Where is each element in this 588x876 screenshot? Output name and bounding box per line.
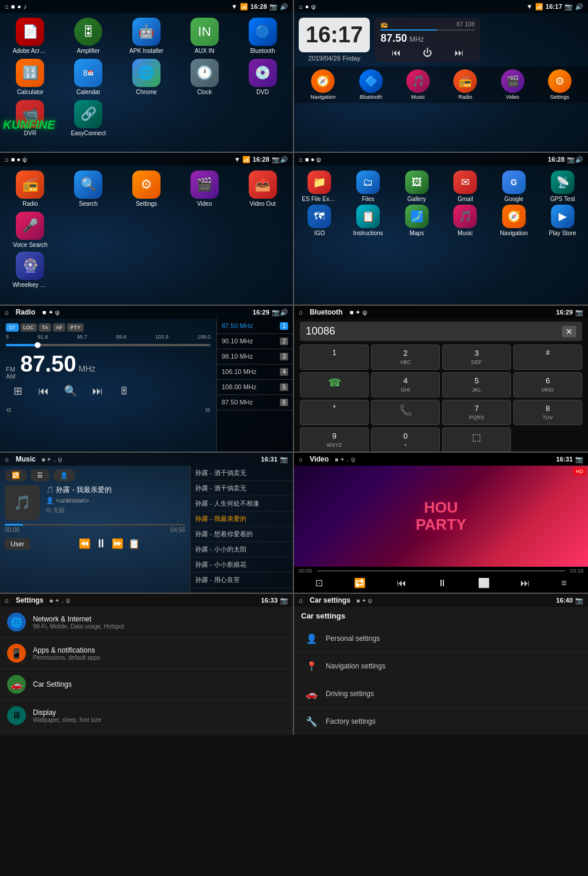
app-voicesearch[interactable]: 🎤 Voice Search xyxy=(4,212,57,248)
station-3[interactable]: 98.10 MHz 3 xyxy=(217,349,293,365)
app-playstore[interactable]: ▶ Play Store xyxy=(539,205,586,236)
dock-radio[interactable]: 📻 Radio xyxy=(453,69,477,100)
dial-hangup[interactable]: 📞 xyxy=(371,400,440,425)
dial-hash[interactable]: # xyxy=(513,345,582,370)
tag-pty[interactable]: PTY xyxy=(67,323,83,332)
tag-af[interactable]: AF xyxy=(53,323,66,332)
radio-prev-btn[interactable]: ⏮ xyxy=(38,385,49,397)
station-5[interactable]: 108.00 MHz 5 xyxy=(217,380,293,395)
app-search[interactable]: 🔍 Search xyxy=(62,170,115,207)
dial-4[interactable]: 4GHI xyxy=(371,372,440,397)
dial-1[interactable]: 1 xyxy=(300,345,369,370)
tag-ta[interactable]: TA xyxy=(39,323,51,332)
playlist-item-5[interactable]: 孙露 - 小小的太阳 xyxy=(191,542,293,557)
radio-search-btn[interactable]: 🔍 xyxy=(64,384,77,397)
dial-menu[interactable]: ⬚ xyxy=(442,427,511,452)
app-igo[interactable]: 🗺 IGO xyxy=(296,205,343,236)
app-esfile[interactable]: 📁 ES File Explor. xyxy=(296,170,343,202)
station-1[interactable]: 87.50 MHz 1 xyxy=(217,319,293,334)
dial-0[interactable]: 0+ xyxy=(371,427,440,452)
music-next[interactable]: ⏩ xyxy=(112,538,123,549)
dial-7[interactable]: 7PQRS xyxy=(442,400,511,425)
car-navigation[interactable]: 📍 Navigation settings xyxy=(294,653,588,680)
app-navigation2[interactable]: 🧭 Navigation xyxy=(491,205,537,236)
settings-car[interactable]: 🚗 Car Settings xyxy=(0,669,293,700)
radio-eq-btn[interactable]: 🎚 xyxy=(119,385,129,397)
dock-music[interactable]: 🎵 Music xyxy=(406,69,430,100)
dial-star[interactable]: * xyxy=(300,400,369,425)
settings-network[interactable]: 🌐 Network & Internet Wi-Fi, Mobile, Data… xyxy=(0,607,293,638)
settings-apps[interactable]: 📱 Apps & notifications Permissions, defa… xyxy=(0,638,293,669)
app-gallery[interactable]: 🖼 Gallery xyxy=(393,170,440,202)
vc-fit[interactable]: ⊡ xyxy=(315,577,323,589)
playlist-item-4[interactable]: 孙露 - 想着你爱着的 xyxy=(191,527,293,542)
app-instructions[interactable]: 📋 Instructions xyxy=(345,205,392,236)
music-pause[interactable]: ⏸ xyxy=(95,537,107,550)
mc-list[interactable]: ☰ xyxy=(30,469,50,482)
playlist-item-1[interactable]: 孙露 - 酒干倘卖无 xyxy=(191,481,293,496)
app-dvd[interactable]: 💿 DVD xyxy=(236,59,289,95)
station-2[interactable]: 90.10 MHz 2 xyxy=(217,334,293,349)
next-page[interactable]: » xyxy=(205,403,211,416)
app-chrome[interactable]: 🌐 Chrome xyxy=(120,59,173,95)
vc-prev[interactable]: ⏮ xyxy=(397,578,406,589)
mc-profile[interactable]: 👤 xyxy=(53,469,75,482)
app-maps[interactable]: 🗾 Maps xyxy=(393,205,440,236)
prev-page[interactable]: « xyxy=(6,403,12,416)
settings-display[interactable]: 🖥 Display Wallpaper, sleep, font size xyxy=(0,700,293,731)
vc-list[interactable]: ≡ xyxy=(561,578,566,589)
app-apk[interactable]: 🤖 APK Installer xyxy=(120,18,173,54)
radio-power[interactable]: ⏻ xyxy=(423,48,432,58)
app-amplifier[interactable]: 🎛 Amplifier xyxy=(62,18,115,54)
tag-loc[interactable]: LOC xyxy=(21,323,38,332)
app-settings2[interactable]: ⚙ Settings xyxy=(120,170,173,207)
radio-prev[interactable]: ⏮ xyxy=(392,48,401,58)
app-adobe[interactable]: 📄 Adobe Acrobat xyxy=(4,18,57,54)
app-wheelkey[interactable]: 🎡 Wheelkey Stu. xyxy=(4,252,57,288)
music-list2[interactable]: 📋 xyxy=(128,538,140,549)
app-auxin[interactable]: IN AUX IN xyxy=(178,18,231,54)
freq-slider[interactable] xyxy=(6,344,211,346)
radio-grid-btn[interactable]: ⊞ xyxy=(14,384,22,397)
dial-call[interactable]: ☎ xyxy=(300,372,369,397)
dial-8[interactable]: 8TUV xyxy=(513,400,582,425)
app-gmail[interactable]: ✉ Gmail xyxy=(442,170,489,202)
playlist-item-2[interactable]: 孙露 - 人生何处不相逢 xyxy=(191,496,293,511)
playlist-item-0[interactable]: 孙露 - 酒干倘卖无 xyxy=(191,466,293,481)
playlist-item-6[interactable]: 孙露 - 小小新娘花 xyxy=(191,557,293,573)
app-videoout[interactable]: 📤 Video Out xyxy=(236,170,289,207)
app-calendar[interactable]: 8📅 Calendar xyxy=(62,59,115,95)
playlist-item-3[interactable]: 孙露 - 我最亲爱的 xyxy=(191,511,293,527)
app-files[interactable]: 🗂 Files xyxy=(345,170,392,202)
dock-settings[interactable]: ⚙ Settings xyxy=(548,69,572,100)
app-bluetooth[interactable]: 🔵 Bluetooth xyxy=(236,18,289,54)
dial-2[interactable]: 2ABC xyxy=(371,345,440,370)
vc-next[interactable]: ⏭ xyxy=(520,578,530,589)
dock-navigation[interactable]: 🧭 Navigation xyxy=(310,69,336,100)
app-calculator[interactable]: 🔢 Calculator xyxy=(4,59,57,95)
music-user-btn[interactable]: User xyxy=(5,538,30,550)
radio-next[interactable]: ⏭ xyxy=(455,48,464,58)
playlist-item-7[interactable]: 孙露 - 用心良苦 xyxy=(191,573,293,588)
vc-stop[interactable]: ⬜ xyxy=(478,577,490,589)
app-music2[interactable]: 🎵 Music xyxy=(442,205,489,236)
radio-next-btn[interactable]: ⏭ xyxy=(92,385,103,397)
car-driving[interactable]: 🚗 Driving settings xyxy=(294,680,588,708)
app-google[interactable]: G Google xyxy=(491,170,537,202)
car-personal[interactable]: 👤 Personal settings xyxy=(294,625,588,653)
mc-repeat[interactable]: 🔁 xyxy=(5,469,27,482)
dock-bluetooth[interactable]: 🔷 Bluetooth xyxy=(359,69,383,100)
app-video[interactable]: 🎬 Video xyxy=(178,170,231,207)
app-clock[interactable]: 🕐 Clock xyxy=(178,59,231,95)
vc-repeat[interactable]: 🔁 xyxy=(354,577,366,589)
dock-video[interactable]: 🎬 Video xyxy=(501,69,524,100)
dial-3[interactable]: 3DEF xyxy=(442,345,511,370)
music-prev[interactable]: ⏪ xyxy=(79,538,91,549)
dial-5[interactable]: 5JKL xyxy=(442,372,511,397)
backspace-btn[interactable]: ✕ xyxy=(562,326,576,337)
tag-st[interactable]: ST xyxy=(6,323,19,332)
app-gpstest[interactable]: 📡 GPS Test xyxy=(539,170,586,202)
station-6[interactable]: 87.50 MHz 6 xyxy=(217,395,293,410)
settings-sound[interactable]: 🔊 Sound Volume, vibration, Do Not Distur… xyxy=(0,731,293,735)
station-4[interactable]: 106.10 MHz 4 xyxy=(217,365,293,380)
